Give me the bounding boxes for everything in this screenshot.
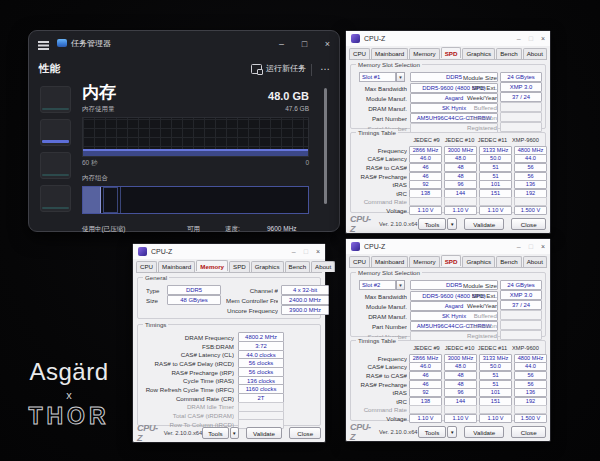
cpuz-titlebar[interactable]: CPU-Z – □ ×	[133, 244, 325, 259]
tab[interactable]: Memory	[409, 256, 439, 267]
close-button[interactable]: Close	[511, 426, 546, 438]
composition-label: 内存组合	[82, 174, 309, 183]
window-title: CPU-Z	[364, 35, 385, 42]
timing-value: 1.500 V	[514, 206, 547, 215]
field-label: SPD Ext.	[463, 292, 497, 299]
timings-rows: Frequency 2866 MHz 3000 MHz 3133 MHz 480…	[355, 354, 547, 423]
tab[interactable]: Bench	[285, 261, 311, 272]
validate-button[interactable]: Validate	[464, 218, 504, 230]
mini-graph-line	[42, 140, 69, 143]
tab[interactable]: Graphics	[462, 48, 495, 59]
validate-button[interactable]: Validate	[246, 427, 283, 439]
task-manager-titlebar[interactable]: 任务管理器 – □ ×	[29, 31, 339, 57]
hamburger-menu-icon[interactable]	[38, 41, 49, 43]
field-label: Part Number	[359, 115, 407, 122]
tab[interactable]: Mainboard	[371, 48, 408, 59]
scrollbar-thumb[interactable]	[324, 88, 327, 204]
tab[interactable]: SPD	[441, 255, 462, 266]
tools-button[interactable]: Tools	[418, 426, 447, 438]
tab[interactable]: Mainboard	[371, 256, 408, 267]
timings-column-header: JEDEC #9	[411, 345, 442, 351]
slot-select-dropdown[interactable]: Slot #1 ▼	[359, 72, 405, 82]
field-label: Channel #	[226, 287, 278, 294]
tab[interactable]: Memory	[409, 48, 439, 59]
performance-thumbnail[interactable]	[40, 86, 71, 113]
window-title: 任务管理器	[71, 38, 111, 49]
timing-value: 48	[444, 163, 477, 172]
cpuz-logo: CPU-Z	[350, 422, 375, 442]
validate-button[interactable]: Validate	[464, 426, 504, 438]
tab[interactable]: SPD	[441, 47, 462, 58]
spd-field-row: Registered	[463, 122, 542, 132]
minimize-icon[interactable]: –	[517, 31, 521, 46]
memory-stat-label: 速度:	[225, 225, 240, 234]
close-icon[interactable]: ×	[541, 239, 545, 254]
more-options-icon[interactable]: …	[320, 61, 331, 72]
minimize-icon[interactable]: –	[517, 239, 521, 254]
tab[interactable]: Memory	[196, 260, 228, 271]
memory-usage-graph	[82, 117, 309, 157]
tab[interactable]: Bench	[496, 256, 522, 267]
tools-dropdown-icon[interactable]: ▼	[230, 427, 239, 439]
spd-field-row: Week/Year 37 / 24	[463, 92, 542, 102]
group-label: Timings Table	[356, 337, 398, 345]
tools-dropdown-icon[interactable]: ▼	[447, 426, 457, 438]
field-label: Correction	[463, 114, 497, 121]
group-label: General	[143, 274, 169, 282]
timings-row: Command Rate	[355, 198, 547, 207]
timing-value: 51	[479, 163, 512, 172]
tab[interactable]: CPU	[349, 48, 370, 59]
close-button[interactable]: Close	[289, 427, 321, 439]
maximize-icon[interactable]: □	[293, 31, 316, 57]
cpuz-titlebar[interactable]: CPU-Z – □ ×	[346, 31, 550, 46]
performance-thumbnail[interactable]	[40, 185, 71, 212]
timing-value: 101	[479, 388, 512, 397]
tools-dropdown-icon[interactable]: ▼	[447, 218, 457, 230]
cpuz-titlebar[interactable]: CPU-Z – □ ×	[346, 239, 550, 254]
slot-select-dropdown[interactable]: Slot #2 ▼	[359, 280, 405, 290]
field-value: 24 GBytes	[500, 280, 542, 290]
cpuz-logo: CPU-Z	[137, 423, 160, 443]
memory-composition-bar[interactable]	[82, 186, 309, 214]
close-button[interactable]: Close	[511, 218, 546, 230]
tab[interactable]: About	[523, 256, 547, 267]
tab[interactable]: Bench	[496, 48, 522, 59]
timing-value: 1.10 V	[479, 206, 512, 215]
usage-value: 47.6 GB	[285, 105, 309, 114]
close-icon[interactable]: ×	[541, 31, 545, 46]
tab[interactable]: SPD	[229, 261, 250, 272]
tab[interactable]: Graphics	[462, 256, 495, 267]
tools-button[interactable]: Tools	[418, 218, 447, 230]
performance-nav-label[interactable]: 性能	[39, 62, 60, 76]
timings-column-header: JEDEC #11	[477, 137, 508, 143]
brand-logo: Asgärd x THOR	[8, 358, 130, 430]
brand-series-name: THOR	[8, 403, 130, 430]
performance-thumbnail[interactable]	[40, 152, 71, 179]
performance-thumbnail[interactable]	[40, 119, 71, 146]
tab[interactable]: Graphics	[251, 261, 284, 272]
close-icon[interactable]: ×	[316, 244, 320, 259]
tab[interactable]: About	[523, 48, 547, 59]
cpuz-footer: CPU-Z Ver. 2.10.0.x64 Tools ▼ Validate C…	[137, 426, 321, 439]
tab[interactable]: CPU	[349, 256, 370, 267]
mini-graph-line	[42, 174, 69, 176]
run-new-task-button[interactable]: 运行新任务	[251, 63, 306, 74]
cpuz-app-icon	[138, 247, 147, 256]
timing-label: tRAS	[355, 181, 407, 188]
minimize-icon[interactable]: –	[270, 31, 293, 57]
task-manager-app-icon	[57, 39, 67, 47]
close-icon[interactable]: ×	[316, 31, 339, 57]
tools-button[interactable]: Tools	[202, 427, 228, 439]
tab[interactable]: CPU	[136, 261, 157, 272]
group-label: Memory Slot Selection	[356, 61, 422, 69]
tab[interactable]: About	[311, 261, 335, 272]
tab[interactable]: Mainboard	[158, 261, 195, 272]
version-label: Ver. 2.10.0.x64	[379, 429, 418, 435]
field-value	[500, 320, 542, 330]
minimize-icon[interactable]: –	[292, 244, 296, 259]
timings-rows: DRAM Frequency 4800.2 MHz FSB:DRAM 3:72 …	[144, 333, 284, 429]
spd-field-row: Week/Year 37 / 24	[463, 300, 542, 310]
spd-field-row: Registered	[463, 330, 542, 340]
field-label: Week/Year	[463, 302, 497, 309]
chevron-down-icon: ▼	[396, 72, 405, 82]
